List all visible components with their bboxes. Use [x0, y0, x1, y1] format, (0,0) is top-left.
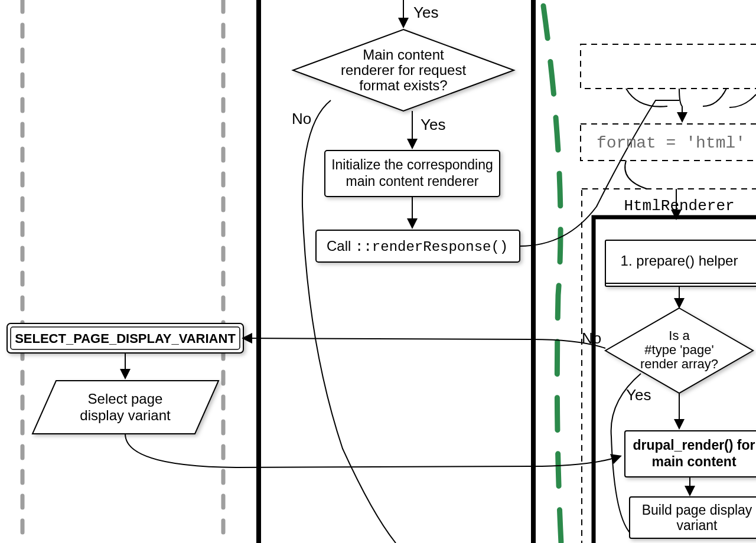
flowchart-diagram: Yes Main content renderer for request fo… [0, 0, 756, 543]
svg-text:Main content: Main content [363, 47, 444, 63]
svg-text:Select page: Select page [88, 391, 163, 407]
svg-text:1. prepare() helper: 1. prepare() helper [621, 253, 738, 269]
svg-text:Build page display: Build page display [642, 502, 752, 518]
label-yes-after-decision: Yes [421, 116, 445, 133]
label-yes-top: Yes [413, 4, 438, 21]
green-separator [543, 6, 561, 543]
svg-text:render array?: render array? [640, 356, 718, 371]
svg-text:variant: variant [676, 518, 718, 533]
node-call-renderresponse: Call ::renderResponse() [316, 230, 520, 262]
node-prepare-helper: 1. prepare() helper [605, 240, 756, 286]
edge-format-to-htmlrenderer [625, 161, 647, 189]
svg-text:format exists?: format exists? [359, 77, 447, 93]
svg-text:format = 'html': format = 'html' [597, 134, 745, 152]
decision-renderer-exists: Main content renderer for request format… [293, 30, 514, 111]
svg-text:Call ::renderResponse(): Call ::renderResponse() [327, 238, 508, 255]
edge-incoming-yes: Yes [403, 0, 438, 27]
svg-text:Is a: Is a [669, 328, 690, 343]
node-drupal-render-main: drupal_render() for main content [625, 431, 756, 477]
label-no-right: No [582, 329, 601, 347]
svg-text:renderer for request: renderer for request [341, 62, 466, 78]
label-yes-right: Yes [626, 386, 651, 404]
svg-text:drupal_render() for: drupal_render() for [633, 437, 755, 453]
svg-text:main content renderer: main content renderer [346, 174, 478, 189]
node-initialize-renderer: Initialize the corresponding main conten… [325, 151, 500, 197]
svg-text:Initialize the corresponding: Initialize the corresponding [331, 157, 493, 172]
dashed-box-top-right [581, 44, 756, 89]
left-column-dashed-lines [22, 0, 223, 543]
svg-text:#type 'page': #type 'page' [644, 342, 713, 357]
node-select-page-display-variant: Select page display variant [32, 381, 219, 434]
edge-no-to-event [243, 338, 605, 348]
svg-text:SELECT_PAGE_DISPLAY_VARIANT: SELECT_PAGE_DISPLAY_VARIANT [15, 331, 236, 346]
svg-text:main content: main content [651, 454, 736, 469]
node-format-html: format = 'html' [581, 124, 756, 161]
decision-is-page-array: Is a #type 'page' render array? [605, 308, 753, 393]
node-build-page-display-variant: Build page display variant [630, 497, 756, 538]
label-no-left: No [292, 110, 311, 127]
edge-call-to-format [520, 100, 679, 246]
edge-decision-yes: Yes [412, 111, 445, 148]
edge-select-variant-to-right [125, 434, 620, 467]
svg-text:display variant: display variant [80, 407, 171, 423]
node-event-select-page-display-variant: SELECT_PAGE_DISPLAY_VARIANT [7, 323, 243, 353]
label-htmlrenderer: HtmlRenderer [624, 197, 734, 215]
